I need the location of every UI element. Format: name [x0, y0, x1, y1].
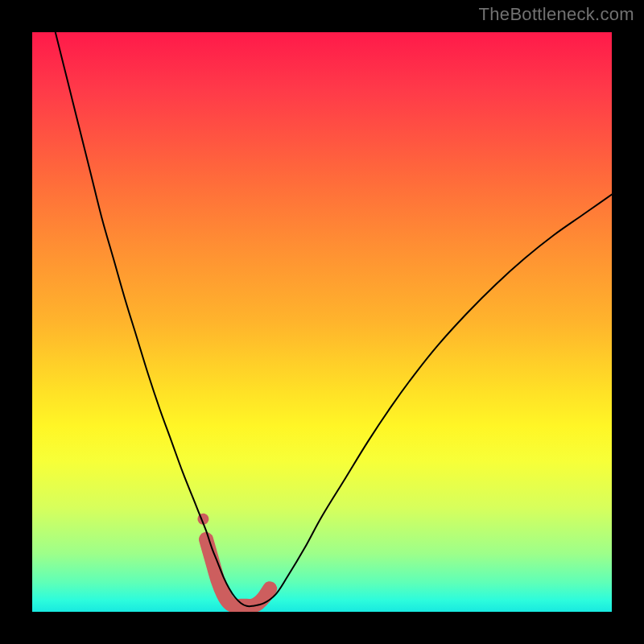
- chart-svg: [32, 32, 612, 612]
- chart-curve-series: [56, 32, 612, 606]
- chart-plot-area: [32, 32, 612, 612]
- chart-frame: TheBottleneck.com: [0, 0, 644, 644]
- watermark-text: TheBottleneck.com: [479, 4, 634, 25]
- chart-highlight-series: [206, 539, 270, 606]
